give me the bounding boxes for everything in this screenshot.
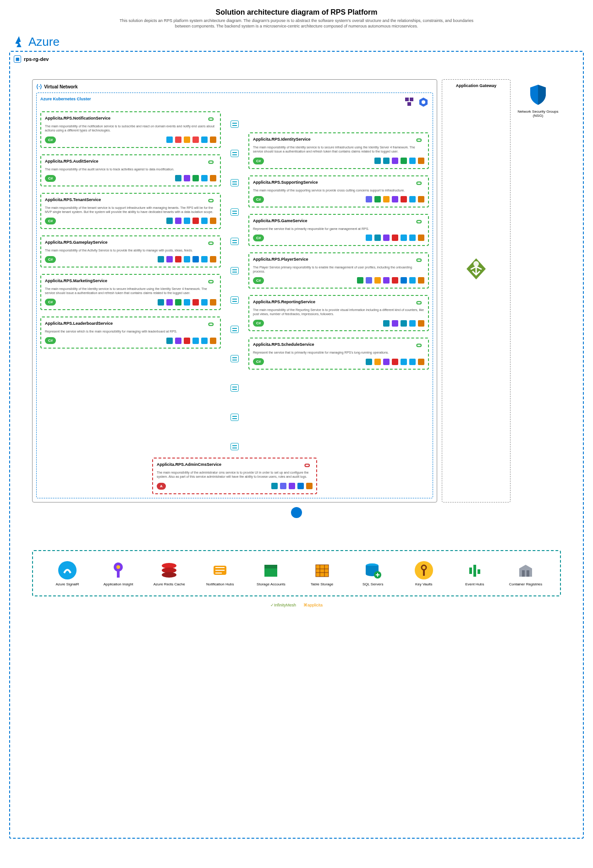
tech-swagger-icon xyxy=(210,299,216,306)
service-description: Represent the service that is primarily … xyxy=(253,350,424,355)
resource-nothub: Notification Hubs xyxy=(199,560,241,586)
tech-redis-icon xyxy=(392,359,398,365)
tech-mediatr-icon xyxy=(366,359,372,365)
resource-label: Azure SignalR xyxy=(47,582,88,586)
tech-cube-icon xyxy=(280,483,286,489)
resource-label: Azure Redis Cache xyxy=(148,582,190,586)
service-description: Represent the service which is the main … xyxy=(45,329,216,333)
tech-sql-icon xyxy=(192,338,199,344)
tech-icons xyxy=(366,196,424,202)
resource-label: Event Hubs xyxy=(454,582,495,586)
service-description: The Player Service primary responsibilit… xyxy=(253,265,424,273)
connector-node-icon xyxy=(231,120,239,128)
connector-node-icon xyxy=(231,414,239,421)
tech-mail-icon xyxy=(383,196,390,202)
admin-service-wrap: Applicita.RPS.AdminCmsService The main r… xyxy=(152,458,317,494)
service-name: Applicita.RPS.ScheduleService xyxy=(253,342,314,347)
tech-twilio-icon xyxy=(192,136,199,143)
azure-icon xyxy=(11,34,26,49)
service-name: Applicita.RPS.GameService xyxy=(253,218,307,223)
tech-redis-icon xyxy=(401,196,407,202)
service-description: Represent the service that is primarily … xyxy=(253,227,424,231)
language-badge: C# xyxy=(253,358,264,365)
tech-docker-icon xyxy=(201,175,208,181)
tech-docker-icon xyxy=(409,320,416,327)
page-title: Solution architecture diagram of RPS Pla… xyxy=(9,8,584,16)
tech-mediatr-icon xyxy=(166,338,173,344)
language-badge: C# xyxy=(45,175,56,182)
tech-hangfire-icon xyxy=(166,299,173,306)
connector-node-icon xyxy=(231,150,239,157)
tech-shield-icon xyxy=(401,158,407,164)
tech-mediatr-icon xyxy=(271,483,278,489)
resource-signalr: Azure SignalR xyxy=(47,560,88,586)
connector-node-icon xyxy=(231,384,239,392)
tech-docker-icon xyxy=(409,359,416,365)
eventhub-icon xyxy=(465,560,485,580)
hub-connector-icon xyxy=(291,507,302,518)
aks-cluster-box: Azure Kubernetes Cluster Applicita.RPS.N… xyxy=(36,93,433,498)
resource-table: Table Storage xyxy=(302,560,343,586)
service-name: Applicita.RPS.PlayerService xyxy=(253,257,308,262)
appgw-label: Application Gateway xyxy=(446,83,506,88)
tech-azure-icon xyxy=(297,483,304,489)
azure-resources-row: Azure SignalRApplication InsightAzure Re… xyxy=(32,550,561,596)
connector-node-icon xyxy=(231,355,239,362)
acr-icon xyxy=(516,560,536,580)
service-name: Applicita.RPS.IdentityService xyxy=(253,137,311,142)
tech-redis-icon xyxy=(175,256,181,262)
tech-azure-icon xyxy=(401,277,407,284)
service-name: Applicita.RPS.TenantService xyxy=(45,197,101,202)
service-box: Applicita.RPS.GameService Represent the … xyxy=(248,214,429,246)
svg-rect-28 xyxy=(473,565,476,577)
tech-mediatr-icon xyxy=(374,235,381,241)
resource-label: SQL Servers xyxy=(352,582,394,586)
tech-icons xyxy=(158,299,216,306)
tech-mediatr-icon xyxy=(158,256,164,262)
tech-docker-icon xyxy=(409,235,416,241)
connector-node-icon xyxy=(231,238,239,245)
kubernetes-icon xyxy=(418,97,429,108)
tech-icons xyxy=(366,235,424,241)
language-badge: C# xyxy=(253,158,264,164)
application-gateway-box: Application Gateway xyxy=(442,79,511,502)
service-name: Applicita.RPS.GameplayService xyxy=(45,240,108,245)
tech-docker-icon xyxy=(409,277,416,284)
aks-label: Azure Kubernetes Cluster xyxy=(40,97,91,101)
resource-sql: SQL Servers xyxy=(352,560,394,586)
language-badge: C# xyxy=(253,277,264,284)
tech-swagger-icon xyxy=(418,196,424,202)
svg-point-4 xyxy=(422,100,425,104)
tech-swagger-icon xyxy=(418,158,424,164)
tech-icons xyxy=(366,359,424,365)
tech-signalr-icon xyxy=(366,235,372,241)
nsg-box: Network Security Groups (NSG) xyxy=(515,79,561,502)
tech-identity-icon xyxy=(374,158,381,164)
connector-node-icon xyxy=(231,326,239,333)
service-box: Applicita.RPS.AdminCmsService The main r… xyxy=(152,458,317,494)
service-box: Applicita.RPS.IdentityService The main r… xyxy=(248,132,429,169)
tech-docker-icon xyxy=(201,338,208,344)
tech-chart-icon xyxy=(401,320,407,327)
resource-label: Container Registries xyxy=(505,582,546,586)
signalr-icon xyxy=(57,560,77,580)
svg-rect-31 xyxy=(527,570,529,577)
service-box: Applicita.RPS.TenantService The main res… xyxy=(40,193,221,229)
tech-sql-icon xyxy=(184,256,190,262)
chain-link-icon xyxy=(206,197,216,204)
svg-rect-2 xyxy=(407,102,411,106)
cloud-name: Azure xyxy=(28,35,60,49)
tech-storage-icon xyxy=(357,277,363,284)
tech-hangfire-icon xyxy=(289,483,295,489)
nothub-icon xyxy=(210,560,230,580)
language-badge: C# xyxy=(45,256,56,263)
tech-clock-icon xyxy=(374,359,381,365)
tech-docker-icon xyxy=(201,299,208,306)
resource-group-label: ▦ rps-rg-dev xyxy=(14,55,579,63)
tech-storage-icon xyxy=(175,299,181,306)
service-box: Applicita.RPS.SupportingService The main… xyxy=(248,175,429,207)
chain-link-icon xyxy=(206,116,216,122)
resource-label: Table Storage xyxy=(302,582,343,586)
appinsight-icon xyxy=(108,560,128,580)
chain-link-icon xyxy=(302,462,313,469)
